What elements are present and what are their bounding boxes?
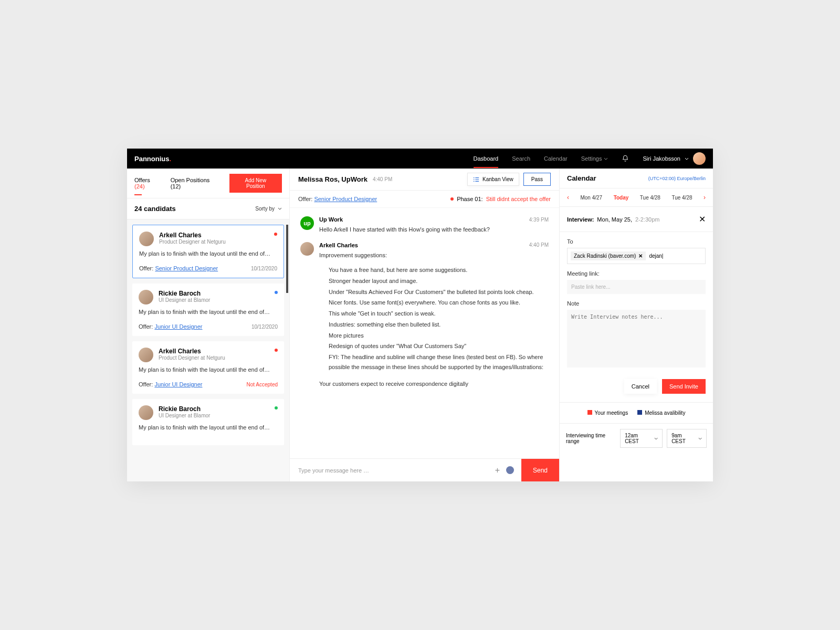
candidate-preview: My plan is to finish with the layout unt…	[139, 424, 278, 430]
scrollbar[interactable]	[286, 225, 288, 293]
candidates-header: 24 candidats Sorty by	[127, 198, 289, 219]
form-actions: Cancel Send Invite	[560, 375, 713, 402]
message: upUp Work4:39 PMHello Arkell I have star…	[300, 216, 549, 235]
candidate-card[interactable]: Arkell Charles Product Designer at Netgu…	[132, 225, 284, 278]
card-date: 10/12/2020	[251, 324, 278, 330]
to-label: To	[567, 238, 706, 245]
status-dot-icon	[275, 349, 278, 352]
meeting-link-label: Meeting link:	[567, 270, 706, 277]
card-offer: Offer: Senior Product Designer	[139, 265, 218, 271]
day-today[interactable]: Today	[614, 195, 629, 201]
chevron-down-icon	[604, 158, 608, 160]
send-button[interactable]: Send	[521, 459, 559, 481]
close-button[interactable]: ✕	[699, 214, 706, 224]
prev-day-button[interactable]: ‹	[567, 194, 569, 201]
message-list[interactable]: upUp Work4:39 PMHello Arkell I have star…	[290, 208, 559, 458]
user-menu[interactable]: Siri Jakobsson	[643, 152, 706, 165]
timezone-label[interactable]: (UTC+02:00) Europe/Berlin	[648, 176, 706, 181]
candidate-card[interactable]: Rickie Baroch UI Designer at Blamor My p…	[132, 399, 284, 445]
message-author: Arkell Charles	[319, 242, 358, 248]
attachment-button[interactable]: +	[495, 466, 500, 475]
meeting-link-section: Meeting link:	[560, 270, 713, 300]
avatar	[139, 348, 153, 362]
emoji-button[interactable]	[506, 466, 514, 474]
candidate-name: Arkell Charles	[159, 348, 225, 355]
meeting-link-input[interactable]	[567, 280, 706, 294]
nav-dashboard[interactable]: Dasboard	[474, 155, 499, 162]
to-field[interactable]: Zack Radinski (baver.com) ✕	[567, 248, 706, 264]
time-to-select[interactable]: 9am CEST	[667, 429, 707, 448]
day-tue1[interactable]: Tue 4/28	[640, 195, 660, 201]
legend-your-meetings: Your meetings	[587, 410, 628, 416]
next-day-button[interactable]: ›	[704, 194, 706, 201]
candidate-name: Rickie Baroch	[159, 290, 210, 297]
avatar	[693, 152, 706, 165]
nav-settings[interactable]: Settings	[581, 155, 608, 162]
nav-calendar[interactable]: Calendar	[544, 155, 568, 162]
chevron-down-icon	[698, 437, 702, 440]
to-section: To Zack Radinski (baver.com) ✕	[560, 232, 713, 270]
time-from-select[interactable]: 12am CEST	[620, 429, 663, 448]
message-time: 4:39 PM	[529, 217, 549, 223]
send-invite-button[interactable]: Send Invite	[662, 379, 706, 394]
calendar-dates: ‹ Mon 4/27 Today Tue 4/28 Tue 4/28 ›	[560, 188, 713, 207]
candidates-panel: Offers (24) Open Positions (12) Add New …	[127, 169, 290, 481]
conversation-panel: Melissa Ros, UpWork 4:40 PM Kanban View …	[290, 169, 560, 481]
conversation-title: Melissa Ros, UpWork	[298, 175, 368, 183]
card-offer-link[interactable]: Junior UI Designer	[154, 323, 202, 330]
candidate-card[interactable]: Arkell Charles Product Designer at Netgu…	[132, 341, 284, 394]
interview-row: Interview: Mon, May 25, 2-2:30pm ✕	[560, 207, 713, 232]
candidate-preview: My plan is to finish with the layout unt…	[139, 250, 277, 257]
remove-chip-button[interactable]: ✕	[638, 253, 643, 259]
calendar-title: Calendar	[567, 174, 596, 182]
nav-search[interactable]: Search	[512, 155, 530, 162]
topnav: Dasboard Search Calendar Settings Siri J…	[474, 152, 706, 165]
status-dot-icon	[275, 406, 278, 410]
tab-offers[interactable]: Offers (24)	[134, 177, 161, 190]
note-label: Note	[567, 300, 706, 307]
note-input[interactable]	[567, 310, 706, 368]
brand: Pannonius.	[134, 155, 171, 163]
message-text: Hello Arkell I have started with this Ho…	[319, 225, 549, 235]
cancel-button[interactable]: Cancel	[624, 379, 657, 394]
day-tue2[interactable]: Tue 4/28	[671, 195, 692, 201]
user-name: Siri Jakobsson	[643, 155, 680, 162]
message-time: 4:40 PM	[529, 242, 549, 248]
interview-label: Interview:	[567, 216, 594, 223]
offer-link[interactable]: Senior Product Designer	[314, 196, 377, 202]
card-offer-link[interactable]: Junior UI Designer	[154, 381, 202, 387]
conversation-time: 4:40 PM	[373, 176, 392, 182]
sort-by-button[interactable]: Sorty by	[255, 206, 282, 212]
topbar: Pannonius. Dasboard Search Calendar Sett…	[127, 149, 713, 169]
tab-open-positions[interactable]: Open Positions (12)	[171, 177, 220, 190]
interview-time: 2-2:30pm	[635, 216, 659, 223]
avatar	[139, 232, 154, 246]
calendar-legend: Your meetings Melissa avalibility	[560, 402, 713, 423]
card-offer: Offer: Junior UI Designer	[139, 323, 202, 330]
candidate-list[interactable]: Arkell Charles Product Designer at Netgu…	[127, 219, 289, 450]
list-icon	[473, 177, 479, 182]
candidate-card[interactable]: Rickie Baroch UI Designer at Blamor My p…	[132, 284, 284, 336]
main-columns: Offers (24) Open Positions (12) Add New …	[127, 169, 713, 481]
candidate-name: Rickie Baroch	[159, 405, 210, 413]
candidate-preview: My plan is to finish with the layout unt…	[139, 366, 278, 373]
offer-label: Offer: Senior Product Designer	[298, 196, 377, 202]
card-offer: Offer: Junior UI Designer	[139, 381, 202, 387]
offer-row: Offer: Senior Product Designer Phase 01:…	[290, 191, 559, 208]
notifications-button[interactable]	[622, 155, 629, 162]
kanban-view-button[interactable]: Kanban View	[467, 173, 519, 186]
to-input[interactable]	[649, 253, 702, 259]
pass-button[interactable]: Pass	[523, 173, 551, 186]
conversation-header: Melissa Ros, UpWork 4:40 PM Kanban View …	[290, 169, 559, 191]
message-input[interactable]	[290, 467, 488, 474]
message-author: Up Work	[319, 216, 343, 223]
add-position-button[interactable]: Add New Position	[229, 174, 282, 193]
app-window: Pannonius. Dasboard Search Calendar Sett…	[127, 149, 713, 481]
chevron-down-icon	[654, 437, 658, 440]
card-offer-link[interactable]: Senior Product Designer	[155, 265, 218, 271]
status-dot-icon	[275, 291, 278, 294]
legend-availability: Melissa avalibility	[637, 410, 685, 416]
status-dot-icon	[274, 233, 277, 236]
time-range-label: Interviewing time range	[566, 433, 616, 444]
day-mon[interactable]: Mon 4/27	[580, 195, 602, 201]
